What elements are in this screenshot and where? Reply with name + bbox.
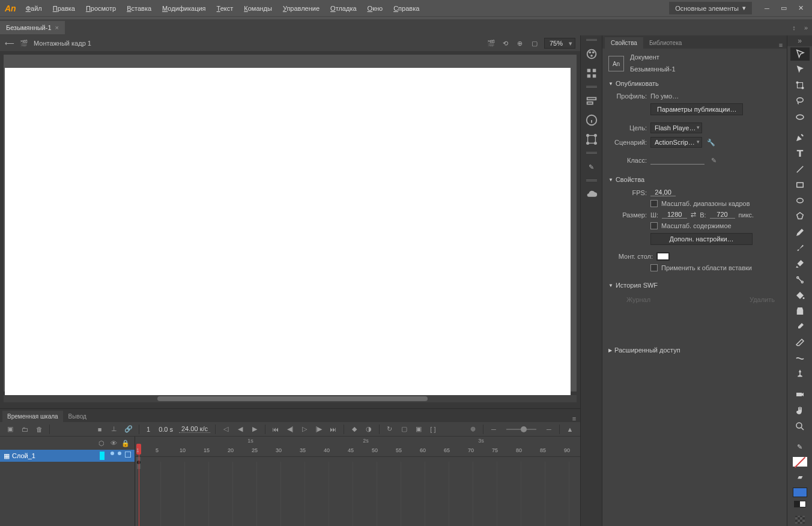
- grip-icon-3[interactable]: [586, 152, 597, 154]
- sync-icon[interactable]: ↕: [788, 24, 800, 31]
- tab-timeline[interactable]: Временная шкала: [2, 411, 63, 422]
- free-transform-tool[interactable]: [790, 79, 810, 92]
- stage-viewport[interactable]: [0, 51, 580, 408]
- scale-content-checkbox[interactable]: [650, 222, 658, 229]
- step-back-icon[interactable]: ◀: [235, 424, 246, 435]
- menu-insert[interactable]: Вставка: [122, 2, 156, 14]
- menu-edit[interactable]: Правка: [48, 2, 80, 14]
- back-icon[interactable]: ⟵: [5, 38, 14, 48]
- swatches-panel-icon[interactable]: [585, 67, 598, 80]
- delete-layer-icon[interactable]: 🗑: [34, 424, 44, 435]
- zoom-out-tl-icon[interactable]: ─: [488, 424, 499, 435]
- workspace-selector[interactable]: Основные элементы▾: [669, 2, 752, 14]
- timeline-zoom-slider[interactable]: [506, 429, 536, 430]
- ink-bottle-tool[interactable]: [790, 304, 810, 318]
- selection-tool[interactable]: [790, 47, 810, 61]
- menu-file[interactable]: Файл: [21, 2, 47, 14]
- menu-window[interactable]: Окно: [363, 2, 388, 14]
- transform-panel-icon[interactable]: [585, 133, 598, 146]
- step-fwd-icon[interactable]: ▶: [249, 424, 260, 435]
- polystar-tool[interactable]: [790, 210, 810, 223]
- tab-properties[interactable]: Свойства: [605, 37, 643, 49]
- bone-tool[interactable]: [790, 273, 810, 286]
- layer-row[interactable]: ▦ Слой_1: [0, 450, 135, 462]
- maximize-button[interactable]: ▭: [777, 3, 790, 14]
- target-select[interactable]: Flash Playe…: [650, 122, 702, 133]
- fill-color-swatch[interactable]: [793, 488, 807, 497]
- props-section-header[interactable]: ▼Свойства: [608, 172, 781, 187]
- oval-tool[interactable]: [790, 194, 810, 207]
- snap-option[interactable]: [795, 516, 805, 524]
- insert-keyframe-icon[interactable]: ◆: [349, 424, 360, 435]
- goto-first-icon[interactable]: ⏮: [270, 424, 281, 435]
- hand-tool[interactable]: [790, 404, 810, 417]
- swf-section-header[interactable]: ▼История SWF: [608, 278, 781, 292]
- menu-control[interactable]: Управление: [278, 2, 324, 14]
- marker1-icon[interactable]: ▢: [399, 424, 410, 435]
- eraser-tool[interactable]: [790, 336, 810, 349]
- visibility-icon[interactable]: 👁: [109, 440, 118, 447]
- camera-icon[interactable]: ■: [94, 424, 105, 435]
- stroke-edit-icon[interactable]: ✎: [790, 440, 810, 453]
- stroke-color-swatch[interactable]: [793, 457, 807, 467]
- align-panel-icon[interactable]: [585, 94, 598, 107]
- grip-icon-2[interactable]: [586, 86, 597, 88]
- pen-tool[interactable]: [790, 131, 810, 144]
- info-panel-icon[interactable]: [585, 113, 598, 127]
- goto-last-icon[interactable]: ⏭: [328, 424, 339, 435]
- edit-scene-icon[interactable]: 🎬: [486, 38, 496, 48]
- menu-help[interactable]: Справка: [389, 2, 424, 14]
- center-frame-icon[interactable]: ⊕: [467, 424, 478, 435]
- wrench-icon[interactable]: 🔧: [706, 137, 717, 148]
- rectangle-tool[interactable]: [790, 178, 810, 192]
- menu-modify[interactable]: Модификация: [157, 2, 211, 14]
- menu-commands[interactable]: Команды: [239, 2, 277, 14]
- advanced-settings-button[interactable]: Дополн. настройки…: [650, 233, 753, 245]
- tools-expand-icon[interactable]: »: [787, 35, 812, 46]
- width-input[interactable]: 1280: [662, 211, 687, 219]
- publish-settings-button[interactable]: Параметры публикации…: [650, 103, 743, 115]
- props-menu-icon[interactable]: ≡: [775, 41, 787, 49]
- magic-wand-tool[interactable]: [790, 110, 810, 124]
- pencil-tool[interactable]: [790, 226, 810, 239]
- marker2-icon[interactable]: ▣: [413, 424, 424, 435]
- menu-view[interactable]: Просмотр: [81, 2, 121, 14]
- paint-brush-tool[interactable]: [790, 257, 810, 270]
- apply-paste-checkbox[interactable]: [650, 264, 658, 271]
- stage-canvas[interactable]: [5, 68, 571, 398]
- tabbar-expand-icon[interactable]: »: [800, 24, 812, 31]
- onion-skin-icon[interactable]: ◑: [363, 424, 374, 435]
- resize-tl-icon[interactable]: ▲: [565, 424, 575, 435]
- minimize-button[interactable]: ─: [760, 3, 774, 14]
- class-input[interactable]: [650, 157, 704, 165]
- pin-tool[interactable]: [790, 367, 810, 381]
- prev-frame-icon[interactable]: ◀|: [285, 424, 295, 435]
- eyedropper-tool[interactable]: [790, 320, 810, 333]
- swap-colors[interactable]: [794, 501, 806, 508]
- zoom-in-tl-icon[interactable]: ─: [544, 424, 554, 435]
- width-tool[interactable]: [790, 352, 810, 365]
- brush-panel-icon[interactable]: ✎: [585, 160, 598, 174]
- accessibility-section-header[interactable]: ▶Расширенный доступ: [608, 343, 781, 357]
- paint-bucket-tool[interactable]: [790, 289, 810, 302]
- layer-depth-icon[interactable]: ⊥: [109, 424, 120, 435]
- h-scrollbar[interactable]: [4, 395, 577, 402]
- subselection-tool[interactable]: [790, 63, 810, 76]
- loop-icon[interactable]: ↻: [384, 424, 395, 435]
- parent-view-icon[interactable]: 🔗: [123, 424, 134, 435]
- edit-class-icon[interactable]: ✎: [708, 155, 719, 166]
- height-input[interactable]: 720: [710, 211, 735, 219]
- zoom-selector[interactable]: 75%: [544, 38, 575, 49]
- frame-ruler[interactable]: 151015202530354045505560657075808590: [135, 444, 580, 457]
- play-icon[interactable]: ▷: [299, 424, 310, 435]
- menu-text[interactable]: Текст: [212, 2, 238, 14]
- center-stage-icon[interactable]: ⊕: [515, 38, 525, 48]
- cloud-panel-icon[interactable]: [585, 188, 598, 201]
- zoom-tool[interactable]: [790, 420, 810, 433]
- timeline-menu-icon[interactable]: ≡: [568, 415, 580, 422]
- line-tool[interactable]: [790, 162, 810, 175]
- fps-input[interactable]: 24,00: [650, 189, 676, 196]
- symbol-icon[interactable]: ⟲: [501, 38, 511, 48]
- close-button[interactable]: ✕: [794, 3, 807, 14]
- highlight-icon[interactable]: ⬡: [97, 440, 106, 447]
